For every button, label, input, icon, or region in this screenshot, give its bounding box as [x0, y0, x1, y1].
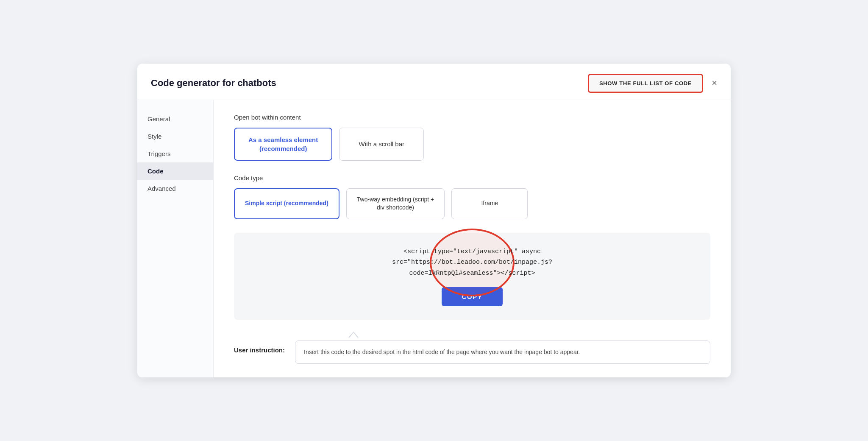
instruction-container: User instruction: Insert this code to th…: [234, 332, 710, 364]
code-type-iframe[interactable]: Iframe: [451, 188, 528, 219]
modal-body: General Style Triggers Code Advanced Ope…: [137, 100, 731, 378]
sidebar-item-style[interactable]: Style: [137, 128, 213, 145]
option-scrollbar[interactable]: With a scroll bar: [339, 128, 424, 161]
code-block-wrapper: <script type="text/javascript" async src…: [392, 246, 552, 279]
sidebar-item-advanced[interactable]: Advanced: [137, 180, 213, 197]
copy-button[interactable]: COPY: [442, 287, 503, 306]
instruction-label: User instruction:: [234, 341, 285, 354]
sidebar-item-code[interactable]: Code: [137, 162, 213, 180]
arrow-up-inner: [349, 332, 358, 338]
modal-header: Code generator for chatbots SHOW THE FUL…: [137, 64, 731, 100]
modal-title: Code generator for chatbots: [151, 78, 276, 89]
sidebar-item-triggers[interactable]: Triggers: [137, 145, 213, 162]
settings-modal: Code generator for chatbots SHOW THE FUL…: [137, 64, 731, 378]
code-type-simple[interactable]: Simple script (recommended): [234, 188, 339, 219]
code-type-label: Code type: [234, 174, 710, 181]
option-seamless[interactable]: As a seamless element(recommended): [234, 128, 332, 161]
show-full-list-button[interactable]: SHOW THE FULL LIST OF CODE: [588, 74, 703, 93]
code-type-options: Simple script (recommended) Two-way embe…: [234, 188, 710, 219]
user-instruction: User instruction: Insert this code to th…: [234, 341, 710, 364]
close-button[interactable]: ×: [712, 78, 717, 88]
open-bot-label: Open bot within content: [234, 114, 710, 121]
code-type-twoway[interactable]: Two-way embedding (script +div shortcode…: [346, 188, 445, 219]
main-content: Open bot within content As a seamless el…: [214, 100, 731, 378]
instruction-box: Insert this code to the desired spot in …: [295, 341, 710, 364]
code-area: <script type="text/javascript" async src…: [234, 233, 710, 320]
modal-actions: SHOW THE FULL LIST OF CODE ×: [588, 74, 717, 93]
sidebar: General Style Triggers Code Advanced: [137, 100, 214, 378]
code-text: <script type="text/javascript" async src…: [392, 246, 552, 279]
sidebar-item-general[interactable]: General: [137, 110, 213, 128]
arrow-up: [348, 332, 359, 338]
open-bot-options: As a seamless element(recommended) With …: [234, 128, 710, 161]
